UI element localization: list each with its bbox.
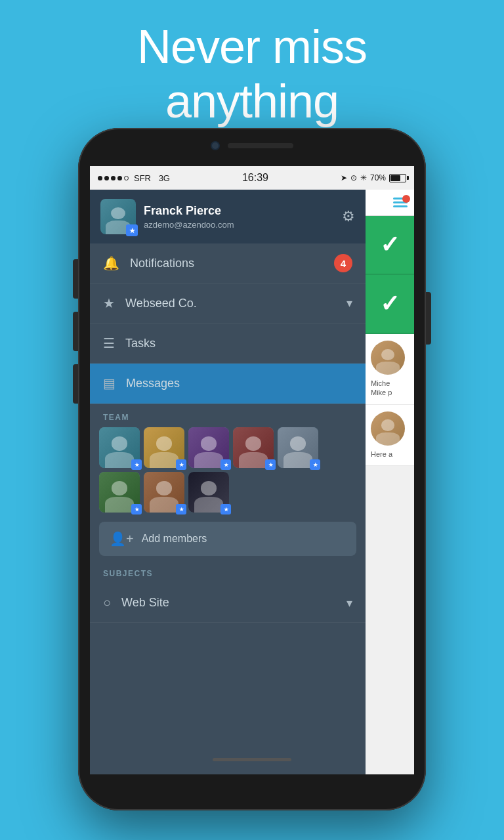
team-badge-1: ★ [131, 459, 142, 470]
carrier-label: SFR [134, 173, 151, 183]
avatar-container: ★ [100, 199, 136, 234]
signal-dots [98, 176, 129, 180]
nav-website[interactable]: ○ Web Site ▾ [90, 583, 366, 623]
add-members-button[interactable]: 👤+ Add members [99, 522, 356, 556]
tasks-icon: ☰ [103, 335, 115, 351]
team-member-8[interactable]: ★ [188, 472, 229, 513]
msg-person-2 [371, 411, 405, 446]
signal-dot-4 [117, 176, 122, 180]
notifications-label: Notifications [130, 257, 194, 270]
team-member-1[interactable]: ★ [99, 427, 140, 468]
drawer: ★ Franck Pierce azdemo@azendoo.com ⚙ 🔔 N… [90, 190, 366, 774]
hero-line2: anything [0, 74, 504, 129]
menu-line-3 [393, 205, 408, 207]
chevron-down-icon-2: ▾ [346, 596, 352, 610]
msg-avatar-2 [371, 411, 405, 446]
star-icon: ★ [103, 295, 115, 311]
messages-label: Messages [126, 377, 180, 390]
team-member-4[interactable]: ★ [233, 427, 274, 468]
message-card-1[interactable]: MicheMike p [366, 334, 414, 405]
location-icon: ➤ [341, 173, 347, 182]
app-content: ★ Franck Pierce azdemo@azendoo.com ⚙ 🔔 N… [90, 190, 414, 774]
add-members-label: Add members [142, 533, 207, 545]
check-card-2[interactable]: ✓ [366, 275, 414, 334]
phone-speaker [228, 143, 293, 148]
team-section-header: TEAM [90, 404, 366, 427]
hero-line1: Never miss [0, 20, 504, 74]
phone-screen: SFR 3G 16:39 ➤ ⊙ ✳ 70% [90, 166, 414, 774]
avatar-badge: ★ [126, 224, 138, 236]
hero-section: Never miss anything [0, 20, 504, 129]
user-header: ★ Franck Pierce azdemo@azendoo.com ⚙ [90, 190, 366, 243]
team-badge-4: ★ [265, 459, 276, 470]
notification-menu-button[interactable] [390, 195, 410, 210]
battery-fill [390, 175, 400, 181]
nav-messages[interactable]: ▤ Messages [90, 364, 366, 404]
status-right: ➤ ⊙ ✳ 70% [341, 173, 406, 182]
user-info: Franck Pierce azdemo@azendoo.com [144, 204, 334, 230]
messages-icon: ▤ [103, 375, 116, 391]
right-top-bar [366, 190, 414, 216]
team-badge-2: ★ [176, 459, 186, 470]
status-bar: SFR 3G 16:39 ➤ ⊙ ✳ 70% [90, 166, 414, 190]
alarm-icon: ⊙ [350, 173, 357, 182]
msg-text-2: Here a [371, 450, 409, 459]
team-badge-6: ★ [131, 504, 142, 514]
signal-dot-5 [124, 176, 129, 180]
nav-tasks[interactable]: ☰ Tasks [90, 324, 366, 364]
team-member-6[interactable]: ★ [99, 472, 140, 513]
webseed-label: Webseed Co. [125, 297, 197, 310]
subjects-section-header: SUBJECTS [90, 560, 366, 583]
settings-icon[interactable]: ⚙ [342, 208, 355, 225]
notifications-badge: 4 [334, 254, 352, 272]
right-cards: ✓ ✓ MicheMike p [366, 216, 414, 774]
bluetooth-icon: ✳ [360, 173, 367, 182]
battery-percent: 70% [370, 173, 386, 182]
signal-dot-1 [98, 176, 102, 180]
team-badge-7: ★ [176, 504, 186, 514]
bell-icon: 🔔 [103, 255, 119, 271]
checkmark-icon-2: ✓ [380, 290, 400, 318]
phone-top-bar [211, 141, 293, 150]
signal-dot-3 [111, 176, 116, 180]
team-member-5[interactable]: ★ [278, 427, 318, 468]
chevron-down-icon: ▾ [346, 296, 352, 310]
website-label: Web Site [121, 596, 169, 610]
globe-icon: ○ [103, 595, 111, 610]
home-bar [213, 758, 291, 761]
right-panel: ✓ ✓ MicheMike p [366, 190, 414, 774]
team-member-2[interactable]: ★ [144, 427, 184, 468]
add-person-icon: 👤+ [110, 531, 134, 547]
msg-avatar-1 [371, 341, 405, 375]
nav-notifications[interactable]: 🔔 Notifications 4 [90, 243, 366, 284]
tasks-label: Tasks [125, 337, 156, 350]
user-email: azdemo@azendoo.com [144, 220, 334, 230]
team-badge-3: ★ [220, 459, 231, 470]
nav-webseed[interactable]: ★ Webseed Co. ▾ [90, 284, 366, 324]
phone-camera [211, 141, 220, 150]
team-member-7[interactable]: ★ [144, 472, 184, 513]
team-member-3[interactable]: ★ [188, 427, 229, 468]
battery-icon [389, 174, 406, 182]
network-label: 3G [159, 173, 170, 183]
notification-dot [402, 195, 410, 203]
team-badge-5: ★ [310, 459, 320, 470]
msg-person-1 [371, 341, 405, 375]
phone-shell: SFR 3G 16:39 ➤ ⊙ ✳ 70% [78, 128, 426, 810]
signal-dot-2 [104, 176, 109, 180]
msg-text-1: MicheMike p [371, 379, 409, 398]
time-display: 16:39 [242, 172, 268, 184]
user-name: Franck Pierce [144, 204, 334, 218]
team-grid: ★ ★ [90, 427, 366, 513]
check-card-1[interactable]: ✓ [366, 216, 414, 275]
avatar-head [111, 207, 125, 219]
checkmark-icon-1: ✓ [380, 231, 400, 259]
message-card-2[interactable]: Here a [366, 405, 414, 466]
team-badge-8: ★ [220, 504, 231, 514]
status-left: SFR 3G [98, 173, 170, 183]
